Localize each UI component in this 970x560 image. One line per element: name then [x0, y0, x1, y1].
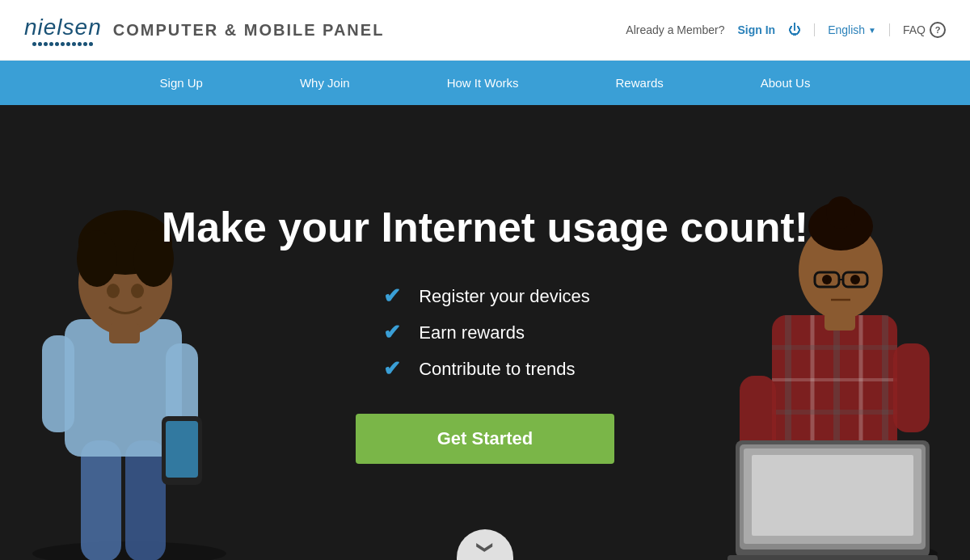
nav-bar: Sign Up Why Join How It Works Rewards Ab… — [0, 61, 970, 105]
checklist-item-2: ✔ Earn rewards — [380, 320, 525, 345]
nav-item-signup[interactable]: Sign Up — [112, 61, 251, 105]
nielsen-dots — [32, 42, 93, 46]
check-icon-1: ✔ — [380, 284, 404, 309]
check-icon-2: ✔ — [380, 320, 404, 345]
brand: nielsen COMPUTER & MOBILE PANEL — [24, 15, 384, 46]
checklist: ✔ Register your devices ✔ Earn rewards ✔… — [380, 284, 590, 381]
hero-content: Make your Internet usage count! ✔ Regist… — [0, 171, 970, 496]
divider2 — [889, 23, 890, 36]
site-title: COMPUTER & MOBILE PANEL — [113, 21, 385, 40]
scroll-down-icon: ❯ — [475, 541, 495, 554]
top-bar: nielsen COMPUTER & MOBILE PANEL Already … — [0, 0, 970, 61]
checklist-item-1: ✔ Register your devices — [380, 284, 590, 309]
checklist-item-3: ✔ Contribute to trends — [380, 356, 575, 381]
nielsen-wordmark: nielsen — [24, 15, 102, 40]
get-started-button[interactable]: Get Started — [356, 414, 614, 464]
sign-in-link[interactable]: Sign In — [737, 23, 775, 36]
checklist-text-1: Register your devices — [419, 286, 590, 307]
member-text: Already a Member? — [626, 23, 724, 36]
top-right-controls: Already a Member? Sign In ⏻ English ▼ FA… — [626, 22, 946, 38]
language-label: English — [828, 23, 865, 36]
hero-section: Make your Internet usage count! ✔ Regist… — [0, 105, 970, 560]
faq-link[interactable]: FAQ ? — [903, 22, 946, 38]
nav-item-rewards[interactable]: Rewards — [567, 61, 712, 105]
nielsen-logo: nielsen — [24, 15, 102, 46]
nav-item-aboutus[interactable]: About Us — [712, 61, 859, 105]
scroll-indicator[interactable]: ❯ — [457, 529, 513, 560]
faq-icon: ? — [930, 22, 946, 38]
nav-item-howitworks[interactable]: How It Works — [399, 61, 567, 105]
hero-title: Make your Internet usage count! — [16, 203, 954, 251]
nav-item-whyjoin[interactable]: Why Join — [251, 61, 399, 105]
check-icon-3: ✔ — [380, 356, 404, 381]
divider — [814, 23, 815, 36]
language-selector[interactable]: English ▼ — [828, 23, 876, 36]
checklist-text-2: Earn rewards — [419, 322, 525, 343]
faq-label: FAQ — [903, 23, 926, 36]
chevron-down-icon: ▼ — [868, 26, 876, 35]
svg-rect-33 — [728, 555, 938, 560]
checklist-text-3: Contribute to trends — [419, 359, 575, 380]
power-icon[interactable]: ⏻ — [788, 23, 801, 37]
